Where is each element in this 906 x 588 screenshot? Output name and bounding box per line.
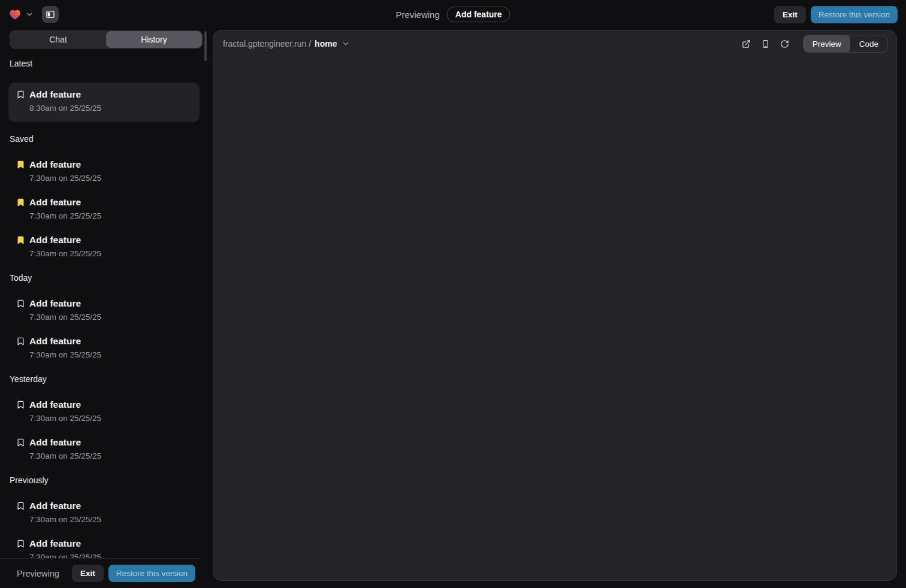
tab-chat[interactable]: Chat	[10, 31, 106, 48]
history-section: Previously Add feature 7:30am on 25/25/2…	[10, 474, 198, 558]
section-title: Saved	[10, 133, 198, 145]
previewing-status: Previewing	[17, 569, 72, 578]
history-item-title: Add feature	[16, 398, 198, 411]
history-item[interactable]: Add feature 7:30am on 25/25/25	[10, 335, 198, 362]
exit-button[interactable]: Exit	[72, 565, 104, 582]
panel-left-icon	[46, 10, 55, 19]
history-item-title: Add feature	[16, 196, 198, 209]
history-item[interactable]: Add feature 7:30am on 25/25/25	[10, 436, 198, 463]
restore-version-button[interactable]: Restore this version	[108, 565, 195, 582]
history-item-title: Add feature	[16, 158, 198, 171]
url-page: home	[315, 39, 337, 49]
history-item-title: Add feature	[16, 234, 198, 247]
history-item-timestamp: 7:30am on 25/25/25	[16, 348, 198, 362]
section-title: Latest	[10, 57, 198, 69]
bookmark-outline-icon	[16, 400, 25, 410]
bookmark-outline-icon	[16, 299, 25, 308]
chevron-down-icon	[342, 40, 350, 48]
history-item-title: Add feature	[16, 499, 198, 513]
sidebar-footer: Previewing Exit Restore this version	[0, 558, 203, 588]
history-item-timestamp: 7:30am on 25/25/25	[16, 209, 198, 223]
url-prefix: fractal.gptengineer.run /	[223, 39, 311, 49]
smartphone-icon	[761, 40, 770, 49]
sidebar-toggle-button[interactable]	[42, 6, 59, 23]
external-link-icon	[742, 40, 751, 49]
version-pill[interactable]: Add feature	[447, 7, 511, 22]
history-item[interactable]: Add feature 7:30am on 25/25/25	[10, 196, 198, 223]
history-item-timestamp: 8:30am on 25/25/25	[16, 101, 192, 116]
url-bar[interactable]: fractal.gptengineer.run / home	[223, 39, 738, 49]
history-section: Latest Add feature 8:30am on 25/25/25	[10, 57, 198, 122]
history-item[interactable]: Add feature 7:30am on 25/25/25	[10, 499, 198, 527]
history-item-timestamp: 7:30am on 25/25/25	[16, 247, 198, 261]
preview-header: fractal.gptengineer.run / home	[213, 31, 896, 57]
bookmark-filled-icon	[16, 235, 25, 245]
previewing-status: Previewing	[395, 10, 439, 20]
history-item[interactable]: Add feature 7:30am on 25/25/25	[10, 158, 198, 186]
refresh-icon	[780, 40, 789, 49]
preview-panel: fractal.gptengineer.run / home	[213, 30, 897, 581]
history-list: Latest Add feature 8:30am on 25/25/25 Sa…	[0, 49, 208, 558]
history-section: Saved Add feature 7:30am on 25/25/25 Add…	[10, 133, 198, 261]
history-sidebar: Chat History Latest Add feature 8:30am o…	[0, 29, 208, 588]
exit-button[interactable]: Exit	[774, 6, 806, 23]
top-bar: Previewing Add feature Exit Restore this…	[0, 0, 906, 29]
refresh-button[interactable]	[777, 35, 793, 52]
section-title: Today	[10, 272, 198, 284]
history-item-timestamp: 7:30am on 25/25/25	[16, 550, 198, 558]
sidebar-scrollbar[interactable]	[204, 31, 207, 61]
toggle-code[interactable]: Code	[850, 35, 887, 53]
history-item-timestamp: 7:30am on 25/25/25	[16, 513, 198, 527]
toggle-preview[interactable]: Preview	[804, 35, 850, 53]
history-item-title: Add feature	[16, 88, 192, 101]
chevron-down-icon[interactable]	[25, 10, 34, 19]
history-item-title: Add feature	[16, 436, 198, 449]
mobile-view-button[interactable]	[757, 35, 774, 52]
history-item-timestamp: 7:30am on 25/25/25	[16, 411, 198, 426]
history-item-timestamp: 7:30am on 25/25/25	[16, 310, 198, 325]
history-item[interactable]: Add feature 7:30am on 25/25/25	[10, 537, 198, 558]
open-in-new-tab-button[interactable]	[738, 35, 755, 52]
lovable-logo-icon[interactable]	[8, 8, 22, 21]
bookmark-outline-icon	[16, 539, 25, 548]
history-item-timestamp: 7:30am on 25/25/25	[16, 171, 198, 186]
history-item-timestamp: 7:30am on 25/25/25	[16, 449, 198, 463]
history-item[interactable]: Add feature 7:30am on 25/25/25	[10, 297, 198, 325]
bookmark-outline-icon	[16, 501, 25, 511]
history-item[interactable]: Add feature 7:30am on 25/25/25	[10, 398, 198, 426]
sidebar-tabbar: Chat History	[10, 31, 203, 49]
bookmark-filled-icon	[16, 198, 25, 207]
section-title: Yesterday	[10, 373, 198, 385]
bookmark-outline-icon	[16, 90, 25, 99]
restore-version-button[interactable]: Restore this version	[811, 6, 898, 23]
preview-content[interactable]	[213, 57, 896, 580]
bookmark-outline-icon	[16, 438, 25, 447]
history-section: Today Add feature 7:30am on 25/25/25 Add…	[10, 272, 198, 362]
history-item[interactable]: Add feature 8:30am on 25/25/25	[8, 83, 200, 122]
bookmark-outline-icon	[16, 337, 25, 346]
bookmark-filled-icon	[16, 160, 25, 169]
tab-history[interactable]: History	[106, 31, 202, 48]
view-toggle: Preview Code	[803, 35, 888, 53]
history-item[interactable]: Add feature 7:30am on 25/25/25	[10, 234, 198, 261]
section-title: Previously	[10, 474, 198, 486]
history-item-title: Add feature	[16, 537, 198, 550]
history-item-title: Add feature	[16, 297, 198, 310]
history-item-title: Add feature	[16, 335, 198, 348]
history-section: Yesterday Add feature 7:30am on 25/25/25…	[10, 373, 198, 463]
